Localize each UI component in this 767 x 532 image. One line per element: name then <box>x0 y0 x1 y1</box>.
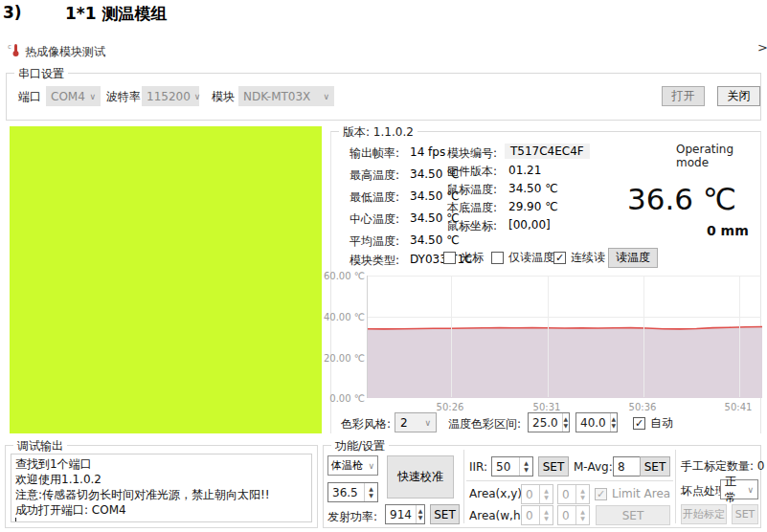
stat-label: 输出帧率: <box>350 145 399 162</box>
checkbox-label: Limit Area <box>612 487 670 500</box>
spinner-arrows-icon[interactable]: ▲▼ <box>575 485 589 503</box>
color-style-label: 色彩风格: <box>341 416 391 432</box>
stat-label: 最低温度: <box>350 189 399 206</box>
module-serial-value: T517C4EC4F <box>505 144 590 159</box>
range-min-value: 25.0 <box>529 413 562 432</box>
cursor-checkbox[interactable]: ✓ 光标 <box>443 250 484 266</box>
operating-mode-text: Operating mode <box>676 143 767 169</box>
y-tick-label: 0.00 ℃ <box>329 393 365 404</box>
color-style-select[interactable]: 2∨ <box>395 412 437 432</box>
stat-value: 34.50 ℃ <box>508 182 558 195</box>
area-x-spinner[interactable]: 0 ▲▼ <box>521 484 553 504</box>
tx-power-label: 发射功率: <box>327 509 377 525</box>
continuous-read-checkbox[interactable]: ✓ 连续读 <box>553 250 605 266</box>
version-group-title: 版本: 1.1.0.2 <box>339 124 417 141</box>
area-x-value: 0 <box>522 485 539 503</box>
measure-mode-select[interactable]: 体温枪∨ <box>327 455 378 476</box>
range-max-spinner[interactable]: 40.0 ▲▼ <box>575 412 618 432</box>
chevron-down-icon: ∨ <box>323 92 329 101</box>
baud-label: 波特率 <box>106 89 141 105</box>
stat-label: 鼠标坐标: <box>447 218 497 234</box>
start-calibration-button[interactable]: 开始标定 <box>681 504 727 524</box>
stat-label: 平均温度: <box>350 233 399 250</box>
thermal-image-display[interactable] <box>10 126 322 433</box>
stat-value: 14 fps <box>410 145 445 159</box>
temperature-chart: 60.00 ℃ 40.00 ℃ 20.00 ℃ 0.00 ℃ 50:26 50:… <box>330 271 763 416</box>
area-h-spinner[interactable]: 0 ▲▼ <box>557 505 590 525</box>
stat-label: 模块类型: <box>350 253 399 269</box>
range-min-spinner[interactable]: 25.0 ▲▼ <box>528 412 570 432</box>
x-tick-label: 50:36 <box>629 402 657 412</box>
stat-label: 本底温度: <box>447 200 497 216</box>
spinner-arrows-icon[interactable]: ▲▼ <box>562 413 569 432</box>
stat-label: 最高温度: <box>350 167 399 184</box>
range-max-value: 40.0 <box>576 413 610 432</box>
mavg-set-button[interactable]: SET <box>640 456 670 477</box>
module-select[interactable]: NDK-MT03X∨ <box>238 86 334 106</box>
debug-output-group: 调试输出 查找到1个端口 欢迎使用1.1.0.2 注意:传感器切勿长时间对准光源… <box>5 445 318 528</box>
checkbox-label: 仅读温度 <box>508 250 554 266</box>
badpixel-value: 正常 <box>725 474 743 506</box>
checkbox-icon: ✓ <box>595 488 607 500</box>
y-tick-label: 60.00 ℃ <box>324 271 365 281</box>
log-line: 查找到1个端口 <box>15 456 307 472</box>
open-port-button[interactable]: 打开 <box>662 86 705 106</box>
checkbox-label: 自动 <box>650 415 673 432</box>
stat-label: 模块编号: <box>447 145 497 162</box>
calib-temp-spinner[interactable]: 36.5 ▲▼ <box>327 482 378 502</box>
area-y-spinner[interactable]: 0 ▲▼ <box>557 484 590 504</box>
chevron-down-icon: ∨ <box>194 92 201 101</box>
module-value: NDK-MT03X <box>243 90 310 103</box>
area-xy-label: Area(x,y): <box>469 487 526 500</box>
collapse-chevron-icon[interactable]: > <box>757 40 767 55</box>
gridline <box>451 276 452 397</box>
tx-power-value: 914 <box>386 505 416 523</box>
mavg-value: 8 <box>614 457 641 476</box>
baud-select[interactable]: 115200∨ <box>142 86 199 106</box>
area-w-spinner[interactable]: 0 ▲▼ <box>521 505 553 525</box>
close-port-button[interactable]: 关闭 <box>717 86 760 106</box>
iir-value: 50 <box>492 457 519 476</box>
spinner-arrows-icon[interactable]: ▲▼ <box>610 413 617 432</box>
spinner-arrows-icon[interactable]: ▲▼ <box>416 505 424 523</box>
distance-readout: 0 mm <box>707 223 749 238</box>
spinner-arrows-icon[interactable]: ▲▼ <box>539 485 553 503</box>
spinner-arrows-icon[interactable]: ▲▼ <box>575 506 589 524</box>
stat-label: 固件版本: <box>447 164 497 180</box>
limit-area-checkbox[interactable]: ✓ Limit Area <box>595 487 670 500</box>
mavg-label: M-Avg: <box>574 460 613 474</box>
log-line: 成功打开端口: COM4 <box>15 502 307 518</box>
spinner-arrows-icon[interactable]: ▲▼ <box>519 457 532 476</box>
chevron-down-icon: ∨ <box>747 485 754 495</box>
read-only-temp-checkbox[interactable]: ✓ 仅读温度 <box>491 250 554 266</box>
manual-calib-count: 手工标定数量: 0 | 0 <box>681 458 767 475</box>
tx-power-set-button[interactable]: SET <box>430 504 460 524</box>
area-set-button[interactable]: SET <box>596 505 670 525</box>
port-select[interactable]: COM4∨ <box>46 86 101 106</box>
iir-spinner[interactable]: 50 ▲▼ <box>491 456 533 477</box>
checkbox-label: 连续读 <box>571 250 605 266</box>
calibration-set-button[interactable]: SET <box>732 504 758 524</box>
divider <box>463 450 464 523</box>
auto-range-checkbox[interactable]: ✓ 自动 <box>633 415 673 432</box>
gridline <box>739 276 740 397</box>
stat-value: 29.90 ℃ <box>508 200 558 213</box>
x-tick-label: 50:26 <box>437 402 464 412</box>
iir-set-button[interactable]: SET <box>538 456 569 477</box>
debug-log-box[interactable]: 查找到1个端口 欢迎使用1.1.0.2 注意:传感器切勿长时间对准光源，禁止朝向… <box>11 454 312 522</box>
chart-plot-area <box>367 276 761 398</box>
stat-value: 34.50 ℃ <box>410 233 460 247</box>
y-tick-label: 40.00 ℃ <box>324 312 365 322</box>
tx-power-spinner[interactable]: 914 ▲▼ <box>385 504 425 524</box>
thermometer-icon: c <box>8 42 21 57</box>
debug-group-title: 调试输出 <box>13 438 67 454</box>
badpixel-select[interactable]: 正常∨ <box>720 479 758 499</box>
checkbox-icon: ✓ <box>443 252 456 264</box>
spinner-arrows-icon[interactable]: ▲▼ <box>364 483 377 501</box>
read-temperature-button[interactable]: 读温度 <box>608 248 658 268</box>
svg-text:c: c <box>8 43 11 51</box>
checkbox-icon: ✓ <box>491 252 504 264</box>
quick-calibrate-button[interactable]: 快速校准 <box>387 455 454 499</box>
spinner-arrows-icon[interactable]: ▲▼ <box>539 506 553 524</box>
module-label: 模块 <box>212 89 235 105</box>
